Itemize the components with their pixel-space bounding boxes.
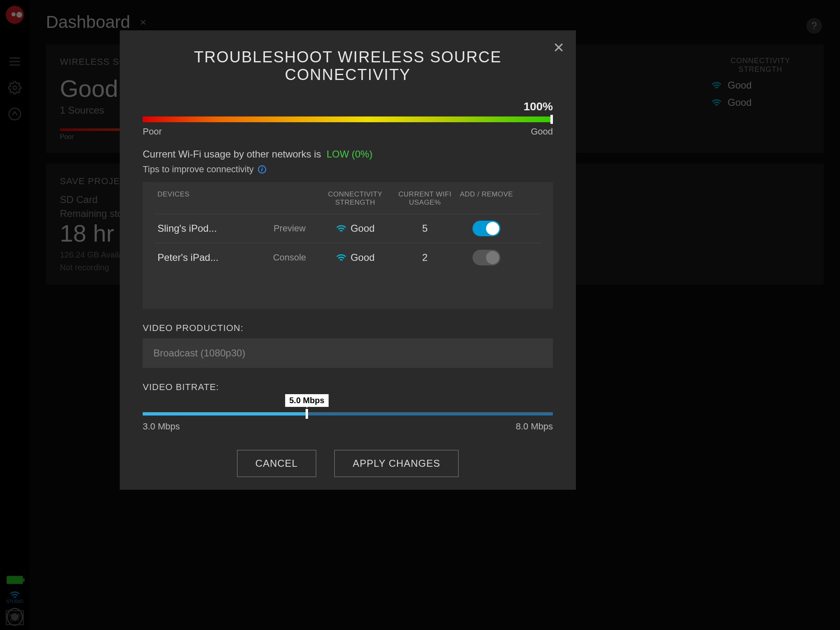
bitrate-slider[interactable]: 5.0 Mbps [143, 412, 553, 415]
scale-good-label: Good [531, 126, 553, 137]
video-production-label: VIDEO PRODUCTION: [143, 323, 553, 333]
device-role: Preview [261, 223, 318, 234]
wifi-icon [336, 224, 347, 233]
close-icon[interactable]: ✕ [553, 39, 564, 56]
device-strength: Good [318, 252, 392, 263]
strength-gradient-bar [143, 116, 553, 122]
col-devices: DEVICES [154, 190, 261, 207]
device-usage: 5 [392, 223, 458, 234]
bitrate-max: 8.0 Mbps [516, 421, 553, 432]
bitrate-min: 3.0 Mbps [143, 421, 180, 432]
col-add-remove: ADD / REMOVE [458, 190, 515, 207]
modal-title: TROUBLESHOOT WIRELESS SOURCE CONNECTIVIT… [143, 48, 553, 84]
wifi-usage-value: LOW (0%) [326, 148, 372, 160]
device-name: Peter's iPad... [154, 252, 261, 263]
add-remove-toggle[interactable] [472, 221, 500, 236]
cancel-button[interactable]: CANCEL [237, 450, 316, 477]
device-strength: Good [318, 223, 392, 234]
wifi-usage-line: Current Wi-Fi usage by other networks is… [143, 148, 553, 160]
add-remove-toggle[interactable] [472, 250, 500, 265]
strength-percent: 100% [143, 100, 553, 113]
apply-changes-button[interactable]: APPLY CHANGES [334, 450, 459, 477]
tips-link[interactable]: Tips to improve connectivity i [143, 164, 553, 175]
video-production-select[interactable]: Broadcast (1080p30) [143, 338, 553, 368]
slider-thumb[interactable] [306, 409, 308, 419]
scale-poor-label: Poor [143, 126, 162, 137]
info-icon[interactable]: i [258, 165, 266, 173]
video-bitrate-label: VIDEO BITRATE: [143, 382, 553, 393]
troubleshoot-modal: ✕ TROUBLESHOOT WIRELESS SOURCE CONNECTIV… [120, 30, 576, 490]
table-row: Peter's iPad... Console Good 2 [154, 243, 541, 272]
bitrate-value-tooltip: 5.0 Mbps [285, 394, 329, 407]
col-strength: CONNECTIVITY STRENGTH [318, 190, 392, 207]
device-role: Console [261, 252, 318, 263]
devices-table: DEVICES CONNECTIVITY STRENGTH CURRENT WI… [143, 182, 553, 309]
device-name: Sling's iPod... [154, 223, 261, 234]
table-row: Sling's iPod... Preview Good 5 [154, 214, 541, 243]
device-usage: 2 [392, 252, 458, 263]
wifi-icon [336, 253, 347, 262]
col-usage: CURRENT WIFI USAGE% [392, 190, 458, 207]
